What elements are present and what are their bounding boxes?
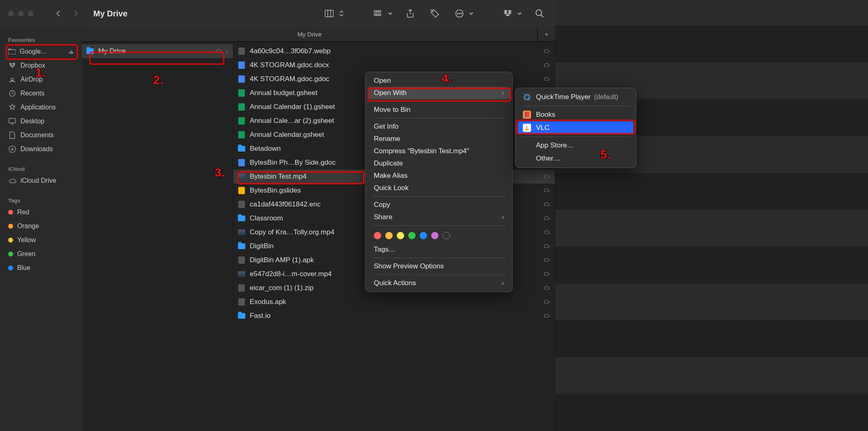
view-chevron-icon[interactable] xyxy=(338,6,345,21)
item-label: Exodus.apk xyxy=(250,298,539,306)
ow-app-store[interactable]: App Store… xyxy=(518,139,633,152)
sidebar-item-desktop[interactable]: Desktop xyxy=(4,114,78,128)
chevron-down-icon[interactable] xyxy=(387,6,393,21)
actions-button[interactable] xyxy=(452,6,467,21)
sidebar-item-icloud-drive[interactable]: iCloud Drive xyxy=(4,174,78,188)
sidebar-item-label: Desktop xyxy=(20,118,45,125)
svg-rect-8 xyxy=(379,14,381,16)
tag-color-swatch[interactable] xyxy=(443,232,450,239)
cm-get-info[interactable]: Get Info xyxy=(368,120,510,133)
sidebar-item-label: Google… xyxy=(20,48,47,55)
sidebar-tag-green[interactable]: Green xyxy=(4,247,78,261)
chevron-down-icon[interactable] xyxy=(468,6,474,21)
cloud-icon xyxy=(543,229,550,236)
cm-show-preview-options[interactable]: Show Preview Options xyxy=(368,260,510,272)
tags-button[interactable] xyxy=(427,6,442,21)
toolbar xyxy=(322,6,547,21)
cm-open-with[interactable]: Open With› xyxy=(368,87,510,99)
file-icon xyxy=(238,256,245,264)
minimize-icon[interactable] xyxy=(18,11,24,16)
cloud-icon xyxy=(543,174,550,180)
column1-item[interactable]: My Drive› xyxy=(82,44,233,58)
ow-other[interactable]: Other… xyxy=(518,152,633,165)
item-label: My Drive xyxy=(98,47,211,55)
search-button[interactable] xyxy=(532,6,547,21)
cloud-icon xyxy=(543,216,550,222)
view-columns-button[interactable] xyxy=(322,6,337,21)
ow-quicktime[interactable]: QuickTime Player (default) xyxy=(518,91,633,104)
zoom-icon[interactable] xyxy=(28,11,34,16)
tag-dot-icon xyxy=(8,265,13,270)
file-icon xyxy=(238,201,245,208)
cm-open[interactable]: Open xyxy=(368,75,510,87)
column2-item[interactable]: Fast.io xyxy=(233,309,555,323)
sidebar-item-applications[interactable]: Applications xyxy=(4,100,78,114)
cm-tags[interactable]: Tags… xyxy=(368,243,510,256)
back-button[interactable] xyxy=(52,7,66,20)
item-label: Fast.io xyxy=(250,312,539,320)
separator xyxy=(521,106,630,106)
chevron-right-icon: › xyxy=(502,279,504,287)
cm-rename[interactable]: Rename xyxy=(368,133,510,145)
close-icon[interactable] xyxy=(8,11,14,16)
tag-color-swatch[interactable] xyxy=(420,232,427,239)
sidebar-tag-orange[interactable]: Orange xyxy=(4,219,78,233)
gsheet-icon xyxy=(238,103,245,111)
column2-item[interactable]: 4a60c9c04…3f06b7.webp xyxy=(233,44,555,58)
sidebar-item-recents[interactable]: Recents xyxy=(4,86,78,100)
gdoc-icon xyxy=(238,75,245,83)
sidebar-item-downloads[interactable]: Downloads xyxy=(4,142,78,156)
separator xyxy=(372,101,506,102)
sidebar-item-label: Red xyxy=(17,209,29,216)
file-icon xyxy=(238,284,245,292)
file-icon xyxy=(238,298,245,306)
cm-move-to-bin[interactable]: Move to Bin xyxy=(368,104,510,116)
share-button[interactable] xyxy=(403,6,418,21)
tag-color-swatch[interactable] xyxy=(397,232,404,239)
gsheet-icon xyxy=(238,117,245,125)
tag-color-swatch[interactable] xyxy=(431,232,439,239)
tag-color-swatch[interactable] xyxy=(408,232,416,239)
column2-item[interactable]: 4K STOGRAM.gdoc.docx xyxy=(233,58,555,72)
cm-compress[interactable]: Compress "Bytesbin Test.mp4" xyxy=(368,145,510,157)
cm-copy[interactable]: Copy xyxy=(368,199,510,211)
cm-duplicate[interactable]: Duplicate xyxy=(368,157,510,170)
chevron-down-icon[interactable] xyxy=(517,6,522,21)
gdoc-icon xyxy=(238,159,245,166)
cm-share[interactable]: Share› xyxy=(368,211,510,223)
cloud-icon xyxy=(543,257,550,263)
sidebar-tag-yellow[interactable]: Yellow xyxy=(4,233,78,247)
tab-my-drive[interactable]: My Drive xyxy=(82,31,537,38)
eject-icon[interactable]: ⏏ xyxy=(69,49,74,55)
cm-quick-actions[interactable]: Quick Actions› xyxy=(368,277,510,289)
sidebar-item-google-drive[interactable]: Google… ⏏ xyxy=(4,45,78,59)
forward-button[interactable] xyxy=(69,7,83,20)
sidebar-tag-red[interactable]: Red xyxy=(4,205,78,219)
clock-icon xyxy=(8,89,16,98)
cm-quick-look[interactable]: Quick Look xyxy=(368,182,510,194)
column2-item[interactable]: Exodus.apk xyxy=(233,295,555,309)
sidebar-tag-blue[interactable]: Blue xyxy=(4,261,78,275)
dropbox-icon[interactable] xyxy=(500,6,515,21)
annotation-number-4: 4. xyxy=(441,71,452,85)
tag-color-swatch[interactable] xyxy=(374,232,381,239)
separator xyxy=(372,196,506,197)
ow-vlc[interactable]: VLC xyxy=(518,121,633,134)
folder-icon xyxy=(238,146,245,152)
cm-make-alias[interactable]: Make Alias xyxy=(368,170,510,182)
separator xyxy=(372,225,506,226)
quicktime-icon xyxy=(523,93,531,101)
svg-rect-7 xyxy=(377,14,378,16)
tag-color-swatch[interactable] xyxy=(385,232,393,239)
cloud-icon xyxy=(543,271,550,277)
svg-rect-25 xyxy=(526,127,528,127)
annotation-number-1: 1. xyxy=(35,66,45,79)
new-tab-button[interactable]: ＋ xyxy=(537,27,555,42)
desktop-icon xyxy=(8,117,16,125)
ow-books[interactable]: 📕 Books xyxy=(518,108,633,121)
sidebar-item-documents[interactable]: Documents xyxy=(4,128,78,142)
group-button[interactable] xyxy=(371,6,386,21)
separator xyxy=(372,274,506,275)
sidebar-item-label: iCloud Drive xyxy=(20,177,56,184)
file-icon xyxy=(238,48,245,55)
